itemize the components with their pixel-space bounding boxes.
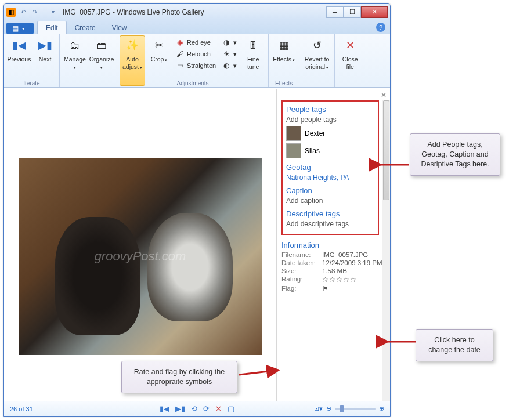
scrollbar[interactable] [382, 100, 390, 401]
ribbon-group-effects: ▦Effects Effects [269, 34, 299, 87]
app-window: ◧ ↶ ↷ ▾ IMG_0057.JPG - Windows Live Phot… [3, 3, 391, 417]
tags-highlight-box: People tags Add people tags Dexter Silas… [281, 100, 379, 235]
close-button[interactable]: ✕ [361, 6, 388, 18]
add-people-tags-link[interactable]: Add people tags [286, 115, 374, 124]
color-button[interactable]: ◑▾ [219, 37, 239, 48]
filename-label: Filename: [281, 251, 322, 258]
revert-button[interactable]: ↺Revert to original [302, 35, 332, 86]
window-controls: ─ ☐ ✕ [326, 6, 388, 18]
geotag-heading: Geotag [286, 163, 374, 172]
zoom-controls: ⊡▾ ⊖ ⊕ [314, 405, 384, 412]
organize-button[interactable]: 🗃Organize [89, 35, 114, 86]
last-icon[interactable]: ▶▮ [175, 404, 185, 413]
panel-close-icon[interactable]: ✕ [381, 91, 387, 99]
image-counter: 26 of 31 [10, 405, 33, 412]
noise-button[interactable]: ◐▾ [219, 60, 239, 71]
person-name: Silas [305, 147, 320, 155]
zoom-thumb[interactable] [340, 405, 344, 412]
fine-tune-button[interactable]: 🎚Fine tune [240, 35, 266, 86]
filename-value: IMG_0057.JPG [322, 251, 368, 258]
geotag-value[interactable]: Natrona Heights, PA [286, 173, 374, 182]
group-label: Adjustments [117, 80, 268, 86]
caption-heading: Caption [286, 186, 374, 195]
separator [44, 8, 44, 17]
retouch-button[interactable]: 🖌Retouch [173, 48, 218, 60]
rotate-left-icon[interactable]: ⟲ [191, 404, 197, 413]
straighten-button[interactable]: ▭Straighten [173, 60, 218, 71]
rotate-right-icon[interactable]: ⟳ [203, 404, 210, 413]
group-label: Effects [269, 80, 299, 86]
ribbon-group-adjustments: ✨Auto adjust ✂Crop ◉Red eye 🖌Retouch ▭St… [117, 34, 269, 87]
callout-tags: Add People tags, Geotag, Caption and Des… [410, 133, 500, 176]
maximize-button[interactable]: ☐ [344, 6, 361, 18]
size-label: Size: [281, 267, 322, 274]
help-icon[interactable]: ? [376, 23, 385, 32]
person-thumb [286, 143, 301, 158]
information-heading: Information [281, 241, 384, 249]
qat-dropdown-icon[interactable]: ▾ [48, 7, 58, 17]
person-tag[interactable]: Silas [286, 143, 374, 158]
status-bar: 26 of 31 ▮◀ ▶▮ ⟲ ⟳ ✕ ▢ ⊡▾ ⊖ ⊕ [4, 401, 390, 416]
zoom-in-icon[interactable]: ⊕ [379, 405, 384, 412]
minimize-button[interactable]: ─ [326, 6, 344, 18]
ribbon-group-close: ✕Close file [335, 34, 365, 87]
rating-stars[interactable]: ☆☆☆☆☆ [322, 276, 357, 284]
previous-button[interactable]: ▮◀Previous [6, 35, 32, 86]
qat-redo-icon[interactable]: ↷ [30, 7, 40, 17]
flag-icon[interactable]: ⚑ [322, 285, 328, 293]
tag-panel: ✕ People tags Add people tags Dexter Sil… [276, 89, 390, 401]
date-taken-label: Date taken: [281, 259, 322, 266]
callout-rating: Rate and flag by clicking the approprait… [121, 361, 237, 393]
add-descriptive-tags-link[interactable]: Add descriptive tags [286, 220, 374, 228]
effects-button[interactable]: ▦Effects [271, 35, 297, 86]
group-label: Iterate [4, 80, 59, 86]
manage-button[interactable]: 🗂Manage [62, 35, 88, 86]
watermark: groovyPost.com [95, 249, 186, 264]
slideshow-icon[interactable]: ▢ [228, 404, 234, 413]
callout-date: Click here to change the date [416, 329, 493, 361]
flag-label: Flag: [281, 285, 322, 293]
exposure-button[interactable]: ☀▾ [219, 48, 239, 60]
zoom-slider[interactable] [335, 408, 376, 410]
ribbon: ▮◀Previous ▶▮Next Iterate 🗂Manage 🗃Organ… [4, 34, 390, 88]
ribbon-group-iterate: ▮◀Previous ▶▮Next Iterate [4, 34, 60, 87]
quick-access-toolbar: ↶ ↷ ▾ [18, 7, 58, 17]
people-tags-heading: People tags [286, 105, 374, 114]
ribbon-group-revert: ↺Revert to original [299, 34, 335, 87]
content-area: groovyPost.com ✕ People tags Add people … [4, 89, 390, 401]
delete-icon[interactable]: ✕ [215, 404, 222, 413]
descriptive-tags-heading: Descriptive tags [286, 209, 374, 218]
first-icon[interactable]: ▮◀ [160, 404, 169, 413]
ribbon-group-manage: 🗂Manage 🗃Organize [60, 34, 117, 87]
zoom-out-icon[interactable]: ⊖ [326, 405, 331, 412]
close-file-button[interactable]: ✕Close file [337, 35, 363, 86]
person-name: Dexter [305, 129, 325, 137]
person-tag[interactable]: Dexter [286, 126, 374, 141]
ribbon-tab-strip: ▤ Edit Create View ? [4, 20, 390, 34]
title-bar: ◧ ↶ ↷ ▾ IMG_0057.JPG - Windows Live Phot… [4, 4, 390, 20]
red-eye-button[interactable]: ◉Red eye [173, 37, 218, 48]
tab-create[interactable]: Create [67, 21, 104, 34]
photo-viewer: groovyPost.com [4, 89, 276, 401]
playback-controls: ▮◀ ▶▮ ⟲ ⟳ ✕ ▢ [160, 404, 234, 413]
person-thumb [286, 126, 301, 141]
information-section: Information Filename:IMG_0057.JPG Date t… [281, 241, 384, 293]
file-menu-button[interactable]: ▤ [6, 23, 34, 34]
date-taken-value[interactable]: 12/24/2009 3:19 PM [322, 259, 382, 266]
tab-view[interactable]: View [104, 21, 135, 34]
photo-image[interactable]: groovyPost.com [19, 158, 262, 355]
crop-button[interactable]: ✂Crop [146, 35, 172, 86]
app-icon: ◧ [6, 8, 16, 17]
qat-undo-icon[interactable]: ↶ [18, 7, 28, 17]
fit-icon[interactable]: ⊡▾ [314, 405, 323, 412]
window-title: IMG_0057.JPG - Windows Live Photo Galler… [63, 8, 326, 16]
auto-adjust-button[interactable]: ✨Auto adjust [120, 35, 145, 86]
next-button[interactable]: ▶▮Next [33, 35, 57, 86]
rating-label: Rating: [281, 276, 322, 284]
size-value: 1.58 MB [322, 267, 347, 274]
tab-edit[interactable]: Edit [37, 21, 67, 34]
add-caption-link[interactable]: Add caption [286, 197, 374, 205]
